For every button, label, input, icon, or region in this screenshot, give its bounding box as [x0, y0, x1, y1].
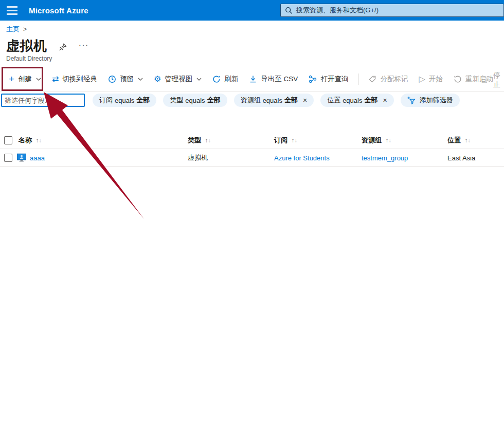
chevron-down-icon [196, 78, 202, 81]
pill-op: equals [263, 97, 282, 104]
reservations-label: 预留 [120, 75, 134, 84]
pill-value: 全部 [284, 96, 298, 105]
create-label: 创建 [18, 75, 32, 84]
select-all-checkbox[interactable] [4, 136, 12, 144]
search-placeholder: 搜索资源、服务和文档(G+/) [296, 6, 379, 15]
sort-icons: ↑↓ [465, 137, 471, 143]
pill-field: 订阅 [99, 96, 113, 105]
stop-square-icon: □ [482, 76, 487, 84]
filter-pill-subscription[interactable]: 订阅 equals 全部 [93, 94, 156, 107]
pill-field: 类型 [170, 96, 183, 105]
pill-op: equals [185, 97, 205, 104]
azure-portal-vm-list: Microsoft Azure 搜索资源、服务和文档(G+/) 主页 > 虚拟机… [0, 0, 504, 440]
vm-type-cell: 虚拟机 [188, 153, 208, 162]
top-bar: Microsoft Azure 搜索资源、服务和文档(G+/) [0, 0, 504, 21]
sort-icons: ↑↓ [36, 137, 42, 143]
column-label: 资源组 [362, 136, 382, 144]
close-icon[interactable]: × [383, 97, 387, 104]
stop-label: 停止 [491, 71, 503, 89]
filter-any-field-input[interactable] [1, 94, 85, 107]
play-icon: ▷ [419, 75, 425, 83]
breadcrumb-home-link[interactable]: 主页 [6, 25, 20, 34]
more-options-button[interactable]: ··· [79, 40, 89, 50]
brand-title[interactable]: Microsoft Azure [29, 6, 88, 15]
refresh-icon [212, 75, 221, 83]
column-header-type[interactable]: 类型 ↑↓ [188, 136, 211, 145]
directory-subtitle: Default Directory [6, 55, 52, 62]
switch-to-classic-label: 切换到经典 [63, 75, 98, 84]
filter-pill-location[interactable]: 位置 equals 全部 × [320, 94, 394, 107]
toolbar-bottom-divider [0, 91, 504, 91]
vm-location-cell: East Asia [447, 154, 475, 162]
command-bar: + 创建 ⇄ 切换到经典 预留 ⚙ 管理视图 刷新 [0, 67, 504, 91]
column-label: 名称 [19, 136, 32, 144]
pill-op: equals [343, 97, 362, 104]
vm-name-link[interactable]: aaaa [30, 154, 45, 162]
close-icon[interactable]: × [303, 97, 307, 104]
toolbar-divider [358, 74, 358, 85]
table-header: 名称 ↑↓ 类型 ↑↓ 订阅 ↑↓ 资源组 ↑↓ 位置 ↑↓ [0, 132, 504, 149]
start-button[interactable]: ▷ 开始 [418, 75, 443, 84]
refresh-button[interactable]: 刷新 [211, 75, 239, 84]
clock-icon [108, 75, 116, 83]
reservations-button[interactable]: 预留 [107, 75, 144, 84]
stop-button[interactable]: □ 停止 [481, 71, 504, 89]
add-filter-icon [407, 96, 416, 104]
gear-icon: ⚙ [154, 75, 161, 83]
breadcrumb: 主页 > [6, 25, 27, 34]
chevron-down-icon [36, 78, 41, 81]
annotation-arrow [0, 0, 504, 440]
switch-to-classic-button[interactable]: ⇄ 切换到经典 [51, 75, 98, 84]
virtual-machine-icon [17, 154, 26, 162]
restart-icon [454, 75, 462, 83]
manage-view-button[interactable]: ⚙ 管理视图 [153, 75, 203, 84]
pill-value: 全部 [364, 96, 377, 105]
create-button[interactable]: + 创建 [8, 75, 42, 84]
swap-arrows-icon: ⇄ [52, 75, 59, 83]
pill-value: 全部 [136, 96, 150, 105]
pill-op: equals [115, 97, 134, 104]
pill-field: 位置 [327, 96, 340, 105]
open-query-button[interactable]: 打开查询 [308, 75, 349, 84]
export-csv-button[interactable]: 导出至 CSV [248, 75, 299, 84]
title-row: 虚拟机 ··· [6, 37, 88, 55]
start-label: 开始 [429, 75, 443, 84]
add-filter-button[interactable]: 添加筛选器 [401, 94, 460, 107]
column-header-resource-group[interactable]: 资源组 ↑↓ [362, 136, 391, 145]
page-title: 虚拟机 [6, 37, 47, 55]
export-csv-label: 导出至 CSV [261, 75, 298, 84]
vm-resource-group-link[interactable]: testmem_group [362, 154, 408, 162]
open-query-label: 打开查询 [320, 75, 348, 84]
column-header-subscription[interactable]: 订阅 ↑↓ [274, 136, 297, 145]
sort-icons: ↑↓ [292, 137, 298, 143]
sort-icons: ↑↓ [386, 137, 392, 143]
pill-value: 全部 [207, 96, 221, 105]
column-label: 类型 [188, 136, 201, 144]
filter-pill-type[interactable]: 类型 equals 全部 [163, 94, 227, 107]
query-share-icon [309, 75, 317, 83]
vm-subscription-link[interactable]: Azure for Students [274, 154, 330, 162]
sort-icons: ↑↓ [205, 137, 211, 143]
filter-pills: 订阅 equals 全部 类型 equals 全部 资源组 equals 全部 … [93, 94, 460, 107]
refresh-label: 刷新 [224, 75, 238, 84]
assign-tags-label: 分配标记 [380, 75, 408, 84]
global-search-input[interactable]: 搜索资源、服务和文档(G+/) [280, 4, 504, 17]
filter-pill-resource-group[interactable]: 资源组 equals 全部 × [234, 94, 314, 107]
add-filter-label: 添加筛选器 [420, 96, 453, 105]
assign-tags-button[interactable]: 分配标记 [367, 75, 409, 84]
pin-icon[interactable] [59, 43, 67, 51]
hamburger-menu-icon[interactable] [0, 0, 24, 21]
column-header-location[interactable]: 位置 ↑↓ [447, 136, 471, 145]
pill-field: 资源组 [241, 96, 261, 105]
table-row: aaaa 虚拟机 Azure for Students testmem_grou… [0, 150, 504, 167]
manage-view-label: 管理视图 [165, 75, 192, 84]
tag-icon [368, 75, 376, 83]
row-checkbox[interactable] [4, 154, 12, 162]
column-header-name[interactable]: 名称 ↑↓ [19, 136, 42, 145]
chevron-down-icon [138, 78, 143, 81]
plus-icon: + [9, 76, 14, 83]
download-icon [249, 75, 257, 83]
search-icon [285, 7, 293, 14]
column-label: 订阅 [274, 136, 287, 144]
column-label: 位置 [447, 136, 461, 144]
